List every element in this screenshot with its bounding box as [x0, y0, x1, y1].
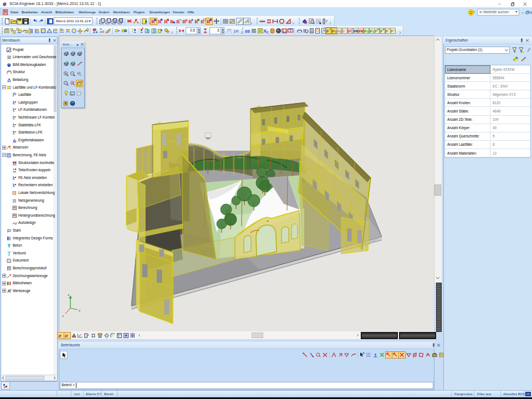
- svg-text:F: F: [342, 29, 345, 34]
- svg-text:x: x: [62, 314, 64, 318]
- svg-text:F: F: [375, 29, 377, 34]
- svg-text:R: R: [201, 19, 204, 24]
- svg-text:?: ?: [325, 19, 328, 23]
- svg-text:F: F: [348, 29, 351, 34]
- svg-text:F: F: [326, 29, 329, 34]
- svg-text:?: ?: [247, 21, 249, 24]
- svg-text:R: R: [236, 29, 239, 34]
- svg-text:g: g: [267, 30, 269, 34]
- svg-text:ø: ø: [65, 333, 68, 339]
- svg-text:ø: ø: [58, 333, 62, 339]
- svg-text:F: F: [380, 29, 383, 34]
- svg-text:R: R: [102, 29, 105, 34]
- svg-text:88: 88: [245, 29, 250, 34]
- svg-text:F: F: [386, 29, 388, 34]
- svg-text:z: z: [68, 293, 69, 296]
- svg-text:y: y: [79, 309, 80, 312]
- svg-text:R: R: [176, 19, 180, 24]
- svg-text:F: F: [391, 29, 393, 34]
